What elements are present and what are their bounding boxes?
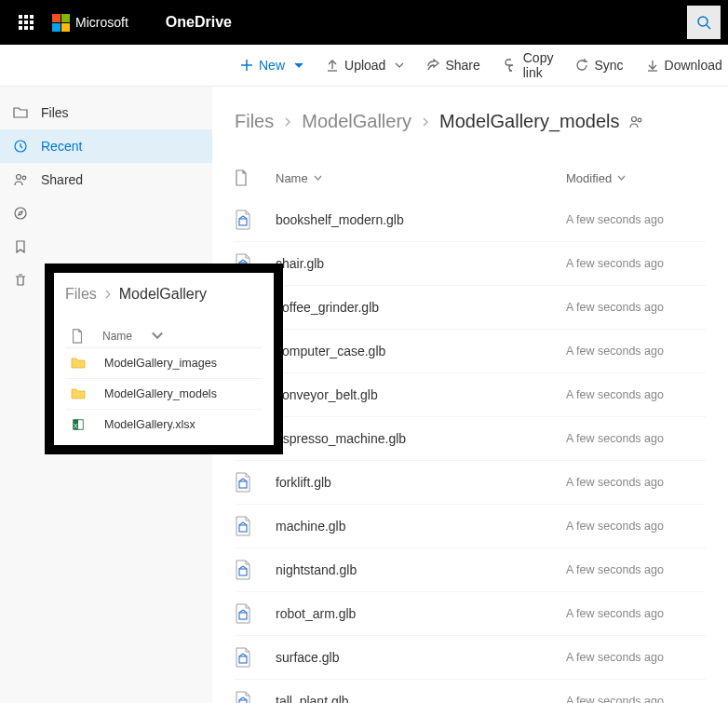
name-header-label: Name <box>276 171 308 185</box>
file-row[interactable]: bookshelf_modern.glbA few seconds ago <box>235 198 706 242</box>
microsoft-icon <box>52 14 70 32</box>
overlay-row[interactable]: ModelGallery_models <box>65 379 263 410</box>
glb-file-icon <box>235 210 251 230</box>
svg-rect-4 <box>24 20 28 24</box>
sidebar-item-files[interactable]: Files <box>0 96 212 129</box>
share-label: Share <box>445 58 479 73</box>
microsoft-logo: Microsoft <box>52 14 128 32</box>
copylink-label: Copy link <box>523 50 554 80</box>
main-content: Files ModelGallery ModelGallery_models N… <box>212 87 728 703</box>
svg-rect-8 <box>30 26 34 30</box>
file-icon <box>71 329 84 344</box>
people-icon <box>13 172 28 187</box>
overlay-row-name: ModelGallery_images <box>104 357 217 370</box>
chevron-right-icon <box>104 290 112 299</box>
command-bar: New Upload Share Copy link Sync Download <box>0 45 728 87</box>
file-name: coffee_grinder.glb <box>276 300 566 315</box>
new-button[interactable]: New <box>231 52 313 78</box>
svg-point-25 <box>632 116 637 121</box>
file-name: nightstand.glb <box>276 562 566 577</box>
file-modified: A few seconds ago <box>566 432 706 445</box>
chevron-right-icon <box>421 117 430 127</box>
file-row[interactable]: tall_plant.glbA few seconds ago <box>235 680 706 703</box>
chevron-down-icon <box>395 62 404 68</box>
modified-header-label: Modified <box>566 171 612 185</box>
column-headers: Name Modified <box>235 164 706 198</box>
file-row[interactable]: machine.glbA few seconds ago <box>235 505 706 548</box>
trash-icon <box>13 273 28 288</box>
glb-file-icon <box>235 472 251 493</box>
file-row[interactable]: robot_arm.glbA few seconds ago <box>235 592 706 636</box>
svg-rect-1 <box>24 15 28 19</box>
file-row[interactable]: conveyor_belt.glbA few seconds ago <box>235 373 706 417</box>
glb-file-icon <box>235 560 251 580</box>
breadcrumb: Files ModelGallery ModelGallery_models <box>235 111 706 132</box>
share-button[interactable]: Share <box>417 52 489 78</box>
file-modified: A few seconds ago <box>566 520 706 533</box>
breadcrumb-root[interactable]: Files <box>235 111 274 132</box>
download-button[interactable]: Download <box>637 52 728 78</box>
file-row[interactable]: forklift.glbA few seconds ago <box>235 461 706 505</box>
name-column-header[interactable]: Name <box>276 171 566 185</box>
overlay-name-header[interactable]: Name <box>102 330 132 343</box>
search-button[interactable] <box>687 6 721 39</box>
app-header: Microsoft OneDrive <box>0 0 728 45</box>
file-name: conveyor_belt.glb <box>276 387 566 402</box>
sidebar-item-discover[interactable] <box>0 196 212 230</box>
file-name: forklift.glb <box>276 475 566 490</box>
overlay-crumb-root[interactable]: Files <box>65 286 97 303</box>
glb-file-icon <box>235 516 251 536</box>
svg-rect-2 <box>30 15 34 19</box>
svg-text:X: X <box>74 423 78 429</box>
compass-icon <box>13 206 28 221</box>
overlay-row[interactable]: XModelGallery.xlsx <box>65 410 263 439</box>
sidebar-item-shared[interactable]: Shared <box>0 163 212 196</box>
sidebar: Files Recent Shared Files ModelGallery <box>0 87 212 703</box>
svg-marker-21 <box>19 211 22 215</box>
svg-point-18 <box>17 175 21 180</box>
overlay-crumb-current: ModelGallery <box>119 286 207 303</box>
sync-button[interactable]: Sync <box>566 52 632 78</box>
folder-icon <box>13 105 28 120</box>
file-name: tall_plant.glb <box>276 694 566 703</box>
overlay-row-name: ModelGallery.xlsx <box>104 418 195 431</box>
overlay-row[interactable]: ModelGallery_images <box>65 348 263 379</box>
upload-icon <box>326 59 339 72</box>
file-name: computer_case.glb <box>276 344 566 358</box>
modified-column-header[interactable]: Modified <box>566 171 706 185</box>
file-modified: A few seconds ago <box>566 257 706 270</box>
app-title: OneDrive <box>166 14 232 31</box>
file-name: bookshelf_modern.glb <box>276 212 566 227</box>
sidebar-item-bookmark[interactable] <box>0 230 212 264</box>
overlay-breadcrumb: Files ModelGallery <box>65 286 263 303</box>
svg-point-20 <box>15 208 26 219</box>
breadcrumb-current: ModelGallery_models <box>439 111 619 132</box>
file-modified: A few seconds ago <box>566 651 706 664</box>
copylink-button[interactable]: Copy link <box>493 45 563 86</box>
chevron-down-icon <box>294 62 303 68</box>
app-launcher-button[interactable] <box>7 0 45 45</box>
new-label: New <box>259 58 285 73</box>
upload-button[interactable]: Upload <box>317 52 413 78</box>
chevron-down-icon <box>617 175 626 181</box>
glb-file-icon <box>235 691 251 703</box>
file-row[interactable]: computer_case.glbA few seconds ago <box>235 330 706 373</box>
svg-rect-3 <box>19 20 22 24</box>
file-row[interactable]: coffee_grinder.glbA few seconds ago <box>235 286 706 330</box>
sidebar-item-label: Files <box>41 105 69 120</box>
file-row[interactable]: chair.glbA few seconds ago <box>235 242 706 286</box>
folder-icon <box>71 387 86 400</box>
sidebar-item-label: Shared <box>41 172 83 187</box>
file-row[interactable]: espresso_machine.glbA few seconds ago <box>235 417 706 461</box>
svg-point-9 <box>698 17 708 26</box>
people-access-icon[interactable] <box>628 115 643 129</box>
file-row[interactable]: nightstand.glbA few seconds ago <box>235 548 706 592</box>
sidebar-item-recent[interactable]: Recent <box>0 129 212 163</box>
chevron-down-icon <box>314 175 322 181</box>
overlay-row-name: ModelGallery_models <box>104 387 217 400</box>
file-icon <box>235 169 248 186</box>
file-name: robot_arm.glb <box>276 606 566 621</box>
file-row[interactable]: surface.glbA few seconds ago <box>235 636 706 680</box>
breadcrumb-mid[interactable]: ModelGallery <box>302 111 411 132</box>
folder-icon <box>71 357 86 370</box>
